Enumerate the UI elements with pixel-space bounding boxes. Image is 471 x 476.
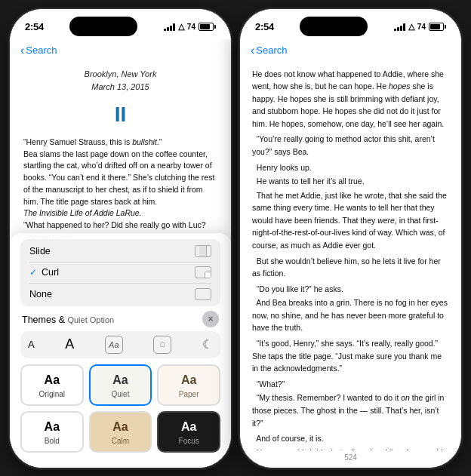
theme-bold-label: Bold xyxy=(45,437,60,445)
font-style-icon[interactable]: Aa xyxy=(105,336,123,354)
right-battery-icon xyxy=(429,23,446,31)
curl-option: ✓ Curl xyxy=(29,267,59,278)
transition-slide[interactable]: Slide xyxy=(20,241,220,262)
theme-paper[interactable]: Aa Paper xyxy=(157,364,220,406)
font-alt-icon[interactable]: □ xyxy=(153,336,171,354)
right-battery-fill xyxy=(430,24,440,29)
left-status-icons: △ 74 xyxy=(164,22,216,32)
theme-original-label: Original xyxy=(39,390,65,398)
none-icon xyxy=(195,288,211,300)
left-battery: 74 xyxy=(187,23,195,31)
theme-bold[interactable]: Aa Bold xyxy=(20,411,84,453)
quiet-option: Quiet Option xyxy=(67,315,114,324)
right-dynamic-island xyxy=(300,17,368,36)
right-wifi-icon: △ xyxy=(408,22,414,32)
theme-grid: Aa Original Aa Quiet Aa Paper Aa Bold xyxy=(20,364,220,453)
theme-original[interactable]: Aa Original xyxy=(20,364,84,406)
signal-bars xyxy=(164,23,175,31)
right-phone-inner: 2:54 △ 74 xyxy=(240,9,461,468)
theme-focus-label: Focus xyxy=(179,437,199,445)
themes-label-group: Themes & Quiet Option xyxy=(22,312,114,326)
theme-focus[interactable]: Aa Focus xyxy=(157,411,220,453)
right-chevron-left-icon: ‹ xyxy=(251,44,254,57)
left-dynamic-island xyxy=(69,17,137,36)
transition-options: Slide ✓ Curl xyxy=(20,239,220,306)
right-back-label: Search xyxy=(256,45,287,56)
theme-calm-aa: Aa xyxy=(112,420,128,434)
font-controls: A A Aa □ ☾ xyxy=(20,331,220,358)
transitions-list: Slide ✓ Curl xyxy=(20,239,220,306)
transition-none[interactable]: None xyxy=(20,284,220,305)
curl-icon xyxy=(195,266,211,278)
page-number: 524 xyxy=(240,450,461,468)
right-status-bar: 2:54 △ 74 xyxy=(240,9,461,39)
wifi-icon: △ xyxy=(178,22,184,32)
right-book-content: He does not know what happened to Addie,… xyxy=(240,62,461,450)
left-phone-inner: 2:54 △ 74 xyxy=(10,9,231,468)
right-time: 2:54 xyxy=(255,21,274,32)
battery-icon xyxy=(199,23,216,31)
battery-body xyxy=(199,23,214,31)
left-back-label: Search xyxy=(26,45,57,56)
font-large-a[interactable]: A xyxy=(65,336,74,352)
book-location: Brooklyn, New York March 13, 2015 xyxy=(23,68,217,94)
theme-quiet-label: Quiet xyxy=(112,390,130,398)
none-label: None xyxy=(29,289,52,299)
left-back-button[interactable]: ‹ Search xyxy=(20,44,57,57)
slide-icon xyxy=(195,245,211,257)
right-signal-bars xyxy=(394,23,405,31)
theme-calm[interactable]: Aa Calm xyxy=(89,411,152,453)
left-search-header[interactable]: ‹ Search xyxy=(10,39,231,62)
font-small-a[interactable]: A xyxy=(28,339,35,350)
right-battery-tip xyxy=(445,25,446,29)
right-battery: 74 xyxy=(417,23,426,31)
theme-focus-aa: Aa xyxy=(181,420,196,434)
right-search-header[interactable]: ‹ Search xyxy=(240,39,461,62)
battery-tip xyxy=(214,25,216,29)
eye-icon[interactable]: ☾ xyxy=(202,337,213,352)
right-phone: 2:54 △ 74 xyxy=(239,8,462,468)
theme-quiet[interactable]: Aa Quiet xyxy=(89,364,152,406)
themes-label: Themes & xyxy=(22,315,67,325)
phones-container: 2:54 △ 74 xyxy=(9,8,462,468)
right-back-button[interactable]: ‹ Search xyxy=(251,44,288,57)
right-battery-body xyxy=(429,23,444,31)
theme-paper-aa: Aa xyxy=(181,373,196,387)
battery-fill xyxy=(200,24,210,29)
themes-header: Themes & Quiet Option × xyxy=(20,311,220,327)
right-status-icons: △ 74 xyxy=(394,22,446,32)
transition-curl[interactable]: ✓ Curl xyxy=(20,262,220,283)
theme-paper-label: Paper xyxy=(179,390,199,398)
left-phone: 2:54 △ 74 xyxy=(9,8,232,468)
theme-original-aa: Aa xyxy=(45,373,60,387)
bottom-panel: Slide ✓ Curl xyxy=(10,233,231,468)
left-time: 2:54 xyxy=(25,21,44,32)
slide-label: Slide xyxy=(29,246,51,256)
left-status-bar: 2:54 △ 74 xyxy=(10,9,231,39)
curl-label: Curl xyxy=(42,267,59,278)
close-button[interactable]: × xyxy=(202,311,219,327)
curl-check: ✓ xyxy=(29,267,37,278)
chevron-left-icon: ‹ xyxy=(20,44,24,57)
chapter-number: II xyxy=(23,98,217,131)
theme-bold-aa: Aa xyxy=(45,420,60,434)
theme-calm-label: Calm xyxy=(112,437,129,445)
theme-quiet-aa: Aa xyxy=(112,373,128,387)
